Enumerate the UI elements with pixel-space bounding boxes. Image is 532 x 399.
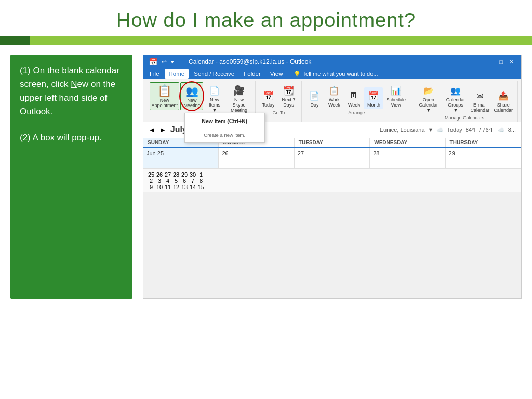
cal-header-thursday: THURSDAY [446,138,521,147]
email-cal-icon: ✉ [473,89,487,102]
month-icon: 📅 [367,89,380,102]
day-btn[interactable]: 📄 Day [305,87,324,109]
menu-home[interactable]: Home [165,69,189,79]
cal-cell-jun27[interactable]: 27 [295,148,370,169]
close-icon[interactable]: ✕ [507,59,516,65]
screenshot-area: 📅 ↩ ▾ Calendar - aso0559@slp.k12.la.us -… [143,55,522,299]
main-content: (1) On the blank calendar screen, click … [0,55,532,299]
lightbulb-icon: 💡 [294,71,301,77]
minimize-icon[interactable]: ─ [487,59,496,65]
sc18: 12 [172,184,180,190]
instruction-box: (1) On the blank calendar screen, click … [10,55,132,299]
location-label: Eunice, Louisiana [380,127,425,133]
month-btn[interactable]: 📅 Month [364,87,383,109]
cal-header-tuesday: TUESDAY [295,138,370,147]
share-calendar-btn[interactable]: 📤 ShareCalendar [492,87,514,114]
titlebar-left: 📅 ↩ ▾ Calendar - aso0559@slp.k12.la.us -… [149,58,311,66]
ribbon-manage-items: 📂 OpenCalendar ▼ 👥 CalendarGroups ▼ ✉ E-… [415,82,514,114]
workweek-btn[interactable]: 📋 WorkWeek [325,82,343,109]
cal-body: Jun 25 26 27 28 29 [143,148,521,169]
cal-weather: Eunice, Louisiana ▼ ☁️ Today 84°F / 76°F… [380,127,516,134]
skype-icon: 🎥 [232,84,246,97]
dropdown-desc: Create a new item. [185,129,264,140]
menu-folder[interactable]: Folder [240,69,265,79]
dropdown-arrow-icon[interactable]: ▼ [428,127,434,133]
cal-date: Jun 25 [147,150,164,156]
dropdown-title: New Item (Ctrl+N) [185,115,264,127]
open-cal-icon: 📂 [422,84,435,97]
day-icon: 📄 [308,89,321,102]
email-calendar-btn[interactable]: ✉ E-mailCalendar [469,87,491,114]
next7days-icon: 📆 [282,84,295,97]
sc1: 25 [148,171,155,178]
sc8: 2 [148,178,155,184]
weather-icon: ☁️ [436,127,444,134]
step-1: (1) On the blank calendar screen, click … [20,64,123,118]
cal-cell-jun25[interactable]: Jun 25 [143,148,219,169]
titlebar-controls: ─ □ ✕ [487,59,516,65]
redo-icon[interactable]: ▾ [171,59,174,65]
cal-date: 26 [222,150,228,156]
small-cal-row1: 25 26 27 28 29 30 1 [148,171,517,178]
outlook-window: 📅 ↩ ▾ Calendar - aso0559@slp.k12.la.us -… [143,55,521,192]
new-items-btn[interactable]: 📄 NewItems ▼ [204,82,224,114]
menu-view[interactable]: View [266,69,287,79]
today-label: Today [447,127,462,133]
maximize-icon[interactable]: □ [497,59,505,65]
sc9: 3 [156,178,163,184]
next7days-btn[interactable]: 📆 Next 7Days [278,82,298,109]
ribbon-goto-items: 📅 Today 📆 Next 7Days [259,82,298,109]
cal-cell-jun29[interactable]: 29 [446,148,521,169]
ribbon-manage-group: 📂 OpenCalendar ▼ 👥 CalendarGroups ▼ ✉ E-… [411,81,518,122]
menu-file[interactable]: File [145,69,164,79]
sc14: 8 [197,178,205,184]
outlook-logo-icon: 📅 [149,58,157,66]
cal-date: 28 [373,150,379,156]
small-cal-row3: 9 10 11 12 13 14 15 [148,184,517,190]
ribbon-group-items: 📋 NewAppointment 👥 NewMeeting 📄 [150,82,252,114]
dropdown-separator [185,128,264,128]
cal-cell-jun26[interactable]: 26 [219,148,294,169]
page-title: How do I make an appointment? [10,9,522,32]
sc7: 1 [197,171,205,178]
new-item-dropdown: New Item (Ctrl+N) Create a new item. [184,113,265,143]
cal-cell-jun28[interactable]: 28 [370,148,445,169]
ribbon-new-group: 📋 NewAppointment 👥 NewMeeting 📄 [147,81,256,122]
cal-groups-icon: 👥 [449,84,462,97]
menubar: File Home Send / Receive Folder View 💡 T… [143,69,521,79]
new-appointment-icon: 📋 [158,84,171,98]
schedule-view-btn[interactable]: 📊 ScheduleView [384,82,408,109]
week-icon: 🗓 [347,89,361,102]
cal-header-wednesday: WEDNESDAY [370,138,445,147]
small-cal-row2: 2 3 4 5 6 7 8 [148,178,517,184]
dropdown-title-text: New Item (Ctrl+N) [191,118,258,124]
next-month-btn[interactable]: ► [159,126,166,134]
sc10: 4 [164,178,171,184]
today-btn[interactable]: 📅 Today [259,87,277,109]
dropdown-desc-text: Create a new item. [191,132,258,138]
sc4: 28 [172,171,180,178]
sc19: 13 [181,184,188,190]
prev-month-btn[interactable]: ◄ [149,126,155,134]
step-2: (2) A box will pop-up. [20,131,123,144]
workweek-icon: 📋 [327,84,341,97]
new-meeting-btn[interactable]: 👥 NewMeeting [180,82,203,110]
tomorrow-temp: 8... [508,127,516,133]
new-meeting-icon: 👥 [185,84,198,98]
undo-icon[interactable]: ↩ [162,58,167,65]
today-icon: 📅 [261,89,275,102]
tell-me[interactable]: 💡 Tell me what you want to do... [294,71,378,77]
open-calendar-btn[interactable]: 📂 OpenCalendar ▼ [415,82,443,114]
sc15: 9 [148,184,155,190]
calendar-groups-btn[interactable]: 👥 CalendarGroups ▼ [444,82,468,114]
dark-bar [0,36,30,45]
titlebar-title: Calendar - aso0559@slp.k12.la.us - Outlo… [189,58,311,65]
new-skype-meeting-btn[interactable]: 🎥 New SkypeMeeting New Item (Ctrl+N) Cre… [226,82,252,114]
sc13: 7 [189,178,196,184]
ribbon-arrange-group: 📄 Day 📋 WorkWeek 🗓 Week 📅 [302,81,411,122]
menu-send-receive[interactable]: Send / Receive [190,69,238,79]
sc6: 30 [189,171,196,178]
new-appointment-btn[interactable]: 📋 NewAppointment [150,82,179,110]
goto-label: Go To [272,110,285,115]
week-btn[interactable]: 🗓 Week [344,87,363,109]
